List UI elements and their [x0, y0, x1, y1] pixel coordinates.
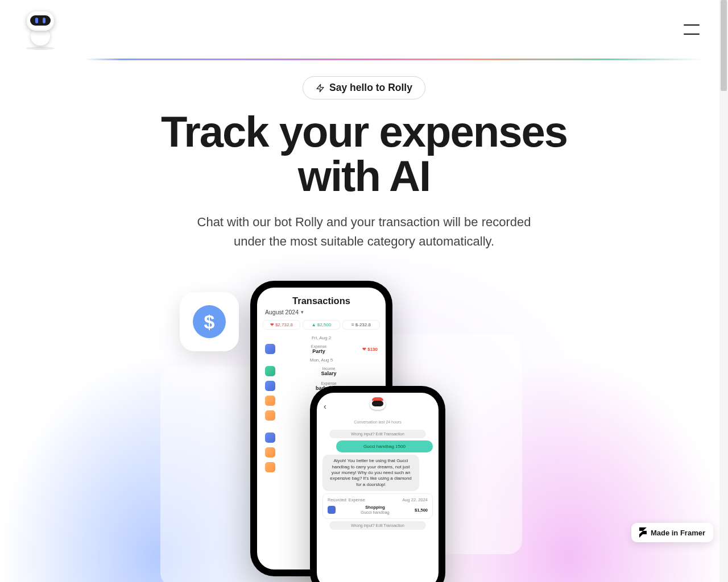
back-icon[interactable]: ‹	[324, 402, 326, 411]
framer-icon	[639, 527, 647, 538]
system-message[interactable]: Wrong input? Edit Transaction	[329, 521, 426, 530]
dollar-icon: $	[193, 305, 226, 338]
category-icon	[265, 344, 275, 354]
hero-section: Say hello to Rolly Track your expenseswi…	[0, 60, 728, 582]
framer-badge[interactable]: Made in Framer	[631, 523, 713, 542]
hero-pill-label: Say hello to Rolly	[329, 82, 412, 94]
day-label: Mon, Aug 5	[257, 356, 386, 364]
hero-title: Track your expenseswith AI	[0, 110, 728, 198]
category-icon	[265, 366, 275, 376]
framer-label: Made in Framer	[651, 529, 705, 537]
transaction-row[interactable]: IncomeSalary	[257, 364, 386, 379]
category-icon	[265, 410, 275, 421]
conversation-label: Conversation last 24 hours	[317, 417, 439, 427]
transactions-title: Transactions	[257, 288, 386, 309]
category-icon	[265, 462, 275, 472]
transaction-row[interactable]: ExpenseParty❤ $130	[257, 342, 386, 356]
phone-mockups: $ Transactions August 2024▾ ❤ $2,732.8 ▲…	[0, 281, 728, 582]
logo-robot[interactable]	[22, 9, 59, 50]
recorded-card: Recorded: ExpenseAug 22, 2024 ShoppingGu…	[322, 493, 433, 519]
bolt-icon	[316, 83, 325, 93]
stat-expense: ❤ $2,732.8	[263, 320, 300, 330]
category-icon	[265, 381, 275, 391]
menu-button[interactable]	[684, 24, 700, 35]
bot-message: Aiyoh! You better be using that Gucci ha…	[322, 455, 419, 491]
stats-row: ❤ $2,732.8 ▲ $2,500 ≡ $-232.8	[257, 320, 386, 334]
category-icon	[265, 396, 275, 406]
month-selector[interactable]: August 2024▾	[257, 309, 386, 320]
bag-icon	[328, 506, 336, 514]
chat-header: ‹	[317, 393, 439, 417]
phone-chat: ‹ Conversation last 24 hours Wrong input…	[310, 386, 445, 582]
chevron-down-icon: ▾	[301, 309, 304, 315]
day-label: Fri, Aug 2	[257, 334, 386, 342]
user-message: Gucci handbag 1500	[336, 440, 433, 452]
site-header	[0, 0, 728, 59]
hero-pill[interactable]: Say hello to Rolly	[303, 76, 425, 99]
stat-income: ▲ $2,500	[303, 320, 340, 330]
hero-subtitle: Chat with our bot Rolly and your transac…	[0, 213, 728, 251]
category-icon	[265, 447, 275, 458]
svg-marker-0	[317, 84, 324, 92]
dollar-badge: $	[180, 292, 239, 351]
chat-bot-avatar	[370, 398, 386, 414]
stat-net: ≡ $-232.8	[342, 320, 380, 330]
system-message[interactable]: Wrong input? Edit Transaction	[329, 430, 426, 438]
category-icon	[265, 433, 275, 443]
